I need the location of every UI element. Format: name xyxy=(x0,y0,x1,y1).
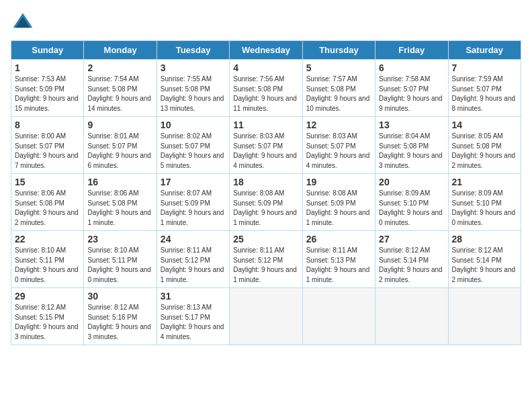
day-number: 8 xyxy=(15,120,80,130)
calendar-week-row: 15Sunrise: 8:06 AMSunset: 5:08 PMDayligh… xyxy=(11,174,521,231)
day-number: 31 xyxy=(161,291,226,302)
calendar-cell: 6Sunrise: 7:58 AMSunset: 5:07 PMDaylight… xyxy=(375,60,448,117)
calendar-cell: 10Sunrise: 8:02 AMSunset: 5:07 PMDayligh… xyxy=(157,117,229,174)
calendar-cell: 15Sunrise: 8:06 AMSunset: 5:08 PMDayligh… xyxy=(11,174,84,231)
day-number: 11 xyxy=(233,120,298,130)
day-info: Sunrise: 7:59 AMSunset: 5:07 PMDaylight:… xyxy=(452,75,517,113)
calendar-cell: 11Sunrise: 8:03 AMSunset: 5:07 PMDayligh… xyxy=(230,117,302,174)
day-number: 19 xyxy=(306,177,371,187)
day-info: Sunrise: 8:13 AMSunset: 5:17 PMDaylight:… xyxy=(161,303,226,342)
day-number: 10 xyxy=(161,120,226,130)
day-number: 18 xyxy=(233,177,298,187)
calendar-week-row: 8Sunrise: 8:00 AMSunset: 5:07 PMDaylight… xyxy=(11,117,521,174)
day-info: Sunrise: 8:08 AMSunset: 5:09 PMDaylight:… xyxy=(233,189,298,228)
calendar-cell: 28Sunrise: 8:12 AMSunset: 5:14 PMDayligh… xyxy=(448,231,521,288)
day-number: 1 xyxy=(15,62,80,73)
day-number: 6 xyxy=(379,62,444,73)
calendar-cell: 27Sunrise: 8:12 AMSunset: 5:14 PMDayligh… xyxy=(375,231,448,288)
day-number: 25 xyxy=(233,234,298,244)
calendar-cell: 9Sunrise: 8:01 AMSunset: 5:07 PMDaylight… xyxy=(84,117,157,174)
day-info: Sunrise: 8:10 AMSunset: 5:11 PMDaylight:… xyxy=(15,246,80,285)
calendar-cell: 22Sunrise: 8:10 AMSunset: 5:11 PMDayligh… xyxy=(11,231,84,288)
day-info: Sunrise: 7:57 AMSunset: 5:08 PMDaylight:… xyxy=(306,75,371,113)
day-info: Sunrise: 8:10 AMSunset: 5:11 PMDaylight:… xyxy=(87,246,152,285)
calendar-week-row: 22Sunrise: 8:10 AMSunset: 5:11 PMDayligh… xyxy=(11,231,521,288)
logo-icon xyxy=(11,11,35,35)
day-number: 21 xyxy=(452,177,517,187)
day-info: Sunrise: 8:08 AMSunset: 5:09 PMDaylight:… xyxy=(306,189,371,228)
day-info: Sunrise: 8:09 AMSunset: 5:10 PMDaylight:… xyxy=(452,189,517,228)
day-info: Sunrise: 8:12 AMSunset: 5:16 PMDaylight:… xyxy=(87,303,152,342)
header-monday: Monday xyxy=(84,41,157,60)
day-info: Sunrise: 7:55 AMSunset: 5:08 PMDaylight:… xyxy=(161,75,226,113)
day-number: 15 xyxy=(15,177,80,187)
day-number: 22 xyxy=(15,234,80,244)
day-number: 3 xyxy=(161,62,226,73)
calendar-cell: 19Sunrise: 8:08 AMSunset: 5:09 PMDayligh… xyxy=(302,174,375,231)
calendar-cell: 1Sunrise: 7:53 AMSunset: 5:09 PMDaylight… xyxy=(11,60,84,117)
day-info: Sunrise: 8:02 AMSunset: 5:07 PMDaylight:… xyxy=(161,132,226,171)
calendar-cell xyxy=(448,288,521,345)
day-info: Sunrise: 8:06 AMSunset: 5:08 PMDaylight:… xyxy=(15,189,80,228)
day-info: Sunrise: 8:12 AMSunset: 5:14 PMDaylight:… xyxy=(379,246,444,285)
calendar-cell: 23Sunrise: 8:10 AMSunset: 5:11 PMDayligh… xyxy=(84,231,157,288)
day-number: 4 xyxy=(233,62,298,73)
day-info: Sunrise: 8:12 AMSunset: 5:14 PMDaylight:… xyxy=(452,246,517,285)
calendar-cell xyxy=(375,288,448,345)
day-info: Sunrise: 7:56 AMSunset: 5:08 PMDaylight:… xyxy=(233,75,298,113)
header-friday: Friday xyxy=(375,41,448,60)
calendar-cell: 21Sunrise: 8:09 AMSunset: 5:10 PMDayligh… xyxy=(448,174,521,231)
day-info: Sunrise: 8:09 AMSunset: 5:10 PMDaylight:… xyxy=(379,189,444,228)
day-number: 7 xyxy=(452,62,517,73)
calendar-cell: 5Sunrise: 7:57 AMSunset: 5:08 PMDaylight… xyxy=(302,60,375,117)
logo xyxy=(11,11,38,35)
page-header xyxy=(11,11,521,35)
calendar-cell: 26Sunrise: 8:11 AMSunset: 5:13 PMDayligh… xyxy=(302,231,375,288)
day-number: 16 xyxy=(87,177,152,187)
day-number: 28 xyxy=(452,234,517,244)
day-info: Sunrise: 7:53 AMSunset: 5:09 PMDaylight:… xyxy=(15,75,80,113)
header-thursday: Thursday xyxy=(302,41,375,60)
calendar-cell: 3Sunrise: 7:55 AMSunset: 5:08 PMDaylight… xyxy=(157,60,229,117)
day-number: 2 xyxy=(87,62,152,73)
day-number: 26 xyxy=(306,234,371,244)
calendar-cell: 25Sunrise: 8:11 AMSunset: 5:12 PMDayligh… xyxy=(230,231,302,288)
day-number: 23 xyxy=(87,234,152,244)
day-number: 14 xyxy=(452,120,517,130)
header-tuesday: Tuesday xyxy=(157,41,229,60)
calendar-cell xyxy=(230,288,302,345)
day-number: 20 xyxy=(379,177,444,187)
header-saturday: Saturday xyxy=(448,41,521,60)
day-number: 30 xyxy=(87,291,152,302)
calendar-table: SundayMondayTuesdayWednesdayThursdayFrid… xyxy=(11,40,521,345)
calendar-cell: 7Sunrise: 7:59 AMSunset: 5:07 PMDaylight… xyxy=(448,60,521,117)
day-info: Sunrise: 8:04 AMSunset: 5:08 PMDaylight:… xyxy=(379,132,444,171)
calendar-cell xyxy=(302,288,375,345)
day-number: 29 xyxy=(15,291,80,302)
day-info: Sunrise: 8:00 AMSunset: 5:07 PMDaylight:… xyxy=(15,132,80,171)
calendar-cell: 31Sunrise: 8:13 AMSunset: 5:17 PMDayligh… xyxy=(157,288,229,345)
calendar-cell: 14Sunrise: 8:05 AMSunset: 5:08 PMDayligh… xyxy=(448,117,521,174)
calendar-cell: 18Sunrise: 8:08 AMSunset: 5:09 PMDayligh… xyxy=(230,174,302,231)
day-info: Sunrise: 7:58 AMSunset: 5:07 PMDaylight:… xyxy=(379,75,444,113)
day-info: Sunrise: 8:11 AMSunset: 5:12 PMDaylight:… xyxy=(233,246,298,285)
day-number: 13 xyxy=(379,120,444,130)
day-number: 12 xyxy=(306,120,371,130)
day-info: Sunrise: 8:11 AMSunset: 5:13 PMDaylight:… xyxy=(306,246,371,285)
calendar-cell: 8Sunrise: 8:00 AMSunset: 5:07 PMDaylight… xyxy=(11,117,84,174)
calendar-cell: 29Sunrise: 8:12 AMSunset: 5:15 PMDayligh… xyxy=(11,288,84,345)
calendar-cell: 4Sunrise: 7:56 AMSunset: 5:08 PMDaylight… xyxy=(230,60,302,117)
calendar-cell: 2Sunrise: 7:54 AMSunset: 5:08 PMDaylight… xyxy=(84,60,157,117)
calendar-header-row: SundayMondayTuesdayWednesdayThursdayFrid… xyxy=(11,41,521,60)
day-number: 17 xyxy=(161,177,226,187)
day-number: 9 xyxy=(87,120,152,130)
day-info: Sunrise: 8:11 AMSunset: 5:12 PMDaylight:… xyxy=(161,246,226,285)
calendar-week-row: 29Sunrise: 8:12 AMSunset: 5:15 PMDayligh… xyxy=(11,288,521,345)
day-info: Sunrise: 7:54 AMSunset: 5:08 PMDaylight:… xyxy=(87,75,152,113)
calendar-cell: 13Sunrise: 8:04 AMSunset: 5:08 PMDayligh… xyxy=(375,117,448,174)
header-sunday: Sunday xyxy=(11,41,84,60)
day-info: Sunrise: 8:07 AMSunset: 5:09 PMDaylight:… xyxy=(161,189,226,228)
day-info: Sunrise: 8:05 AMSunset: 5:08 PMDaylight:… xyxy=(452,132,517,171)
day-number: 27 xyxy=(379,234,444,244)
calendar-cell: 20Sunrise: 8:09 AMSunset: 5:10 PMDayligh… xyxy=(375,174,448,231)
